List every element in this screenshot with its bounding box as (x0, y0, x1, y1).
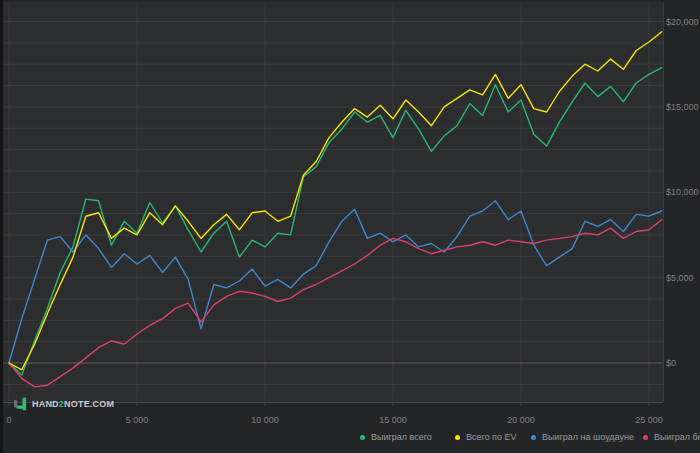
legend-label: Выиграл на шоудауне (542, 432, 634, 442)
x-tick-label: 15 000 (368, 414, 418, 426)
y-tick-label: $10,000 (666, 186, 700, 198)
legend-dot-yellow (455, 435, 460, 440)
x-tick-label: 25 000 (624, 414, 674, 426)
legend-item-won-total[interactable]: Выиграл всего (360, 430, 432, 444)
legend-item-won-showdown[interactable]: Выиграл на шоудауне (531, 430, 634, 444)
hand2note-graph-window: $20,000 $15,000 $10,000 $5,000 $0 0 5 00… (0, 0, 700, 453)
y-tick-label: $20,000 (666, 16, 700, 28)
legend-dot-green (360, 435, 365, 440)
series-line-won-showdown (9, 201, 662, 363)
series-line-ev-total (9, 32, 662, 370)
legend-label: Всего по EV (466, 432, 516, 442)
x-tick-label: 5 000 (112, 414, 162, 426)
y-tick-label: $5,000 (666, 272, 700, 284)
series-line-won-total (9, 68, 662, 375)
x-tick-label: 10 000 (240, 414, 290, 426)
legend-dot-pink (643, 435, 648, 440)
y-tick-label: $15,000 (666, 101, 700, 113)
hand2note-logo: HAND2NOTE.COM (13, 396, 114, 412)
legend-label: Выиграл без шоудауна (654, 432, 700, 442)
x-tick-label: 0 (0, 414, 34, 426)
legend-item-ev-total[interactable]: Всего по EV (455, 430, 516, 444)
equity-chart (0, 0, 700, 453)
hand2note-logo-icon (13, 397, 28, 412)
x-tick-label: 20 000 (496, 414, 546, 426)
hand2note-logo-text: HAND2NOTE.COM (32, 399, 114, 409)
series-line-won-noshowdown (9, 220, 662, 387)
legend-dot-blue (531, 435, 536, 440)
chart-legend: Выиграл всего Всего по EV Выиграл на шоу… (0, 430, 700, 446)
legend-label: Выиграл всего (371, 432, 432, 442)
y-tick-label: $0 (666, 357, 700, 369)
legend-item-won-noshowdown[interactable]: Выиграл без шоудауна (643, 430, 700, 444)
